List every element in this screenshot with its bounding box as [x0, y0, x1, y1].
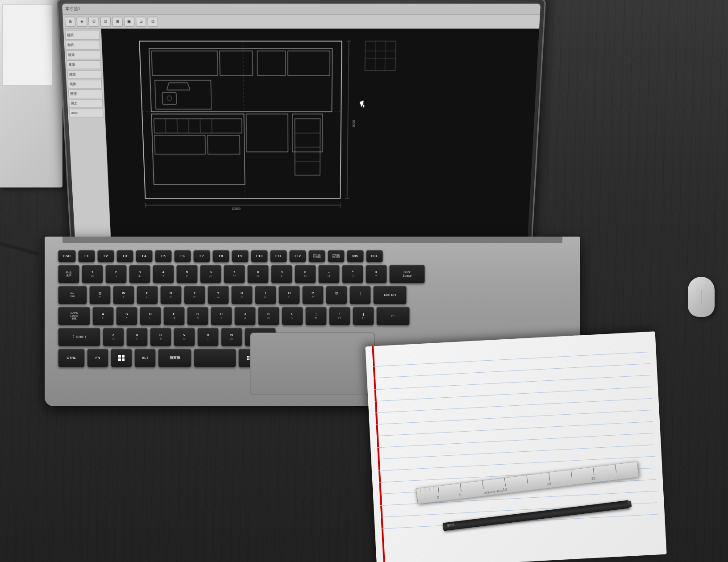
- cad-floor-plan: 10800 8200: [125, 36, 398, 216]
- key-caret[interactable]: ^へ: [342, 265, 363, 283]
- key-shift-left[interactable]: ⇧ SHIFT: [58, 328, 100, 346]
- key-c[interactable]: Cそ: [150, 328, 171, 346]
- key-pause[interactable]: PAUSEBREAK: [328, 250, 345, 262]
- key-capslock[interactable]: CAPSLOCK英数: [58, 307, 90, 325]
- key-ins[interactable]: INS: [347, 250, 364, 262]
- cad-canvas: 10800 8200: [101, 29, 539, 242]
- key-n[interactable]: Nみ: [221, 328, 242, 346]
- key-d[interactable]: Dし: [140, 307, 161, 325]
- key-v[interactable]: Vひ: [174, 328, 195, 346]
- key-bracket-l[interactable]: [゜: [349, 286, 371, 304]
- key-enter[interactable]: ENTER: [373, 286, 407, 304]
- key-colon[interactable]: :け: [329, 307, 350, 325]
- key-w[interactable]: Wて: [113, 286, 134, 304]
- key-k[interactable]: Kの: [258, 307, 279, 325]
- key-j[interactable]: Jま: [234, 307, 256, 325]
- toolbar-btn-8[interactable]: ⊡: [147, 17, 158, 26]
- key-semicolon[interactable]: ;れ: [305, 307, 327, 325]
- key-x[interactable]: Xさ: [126, 328, 148, 346]
- toolbar-btn-6[interactable]: ▣: [124, 17, 134, 26]
- key-6[interactable]: 6お: [200, 265, 221, 283]
- key-l[interactable]: Lり: [282, 307, 303, 325]
- key-a[interactable]: Aち: [92, 307, 114, 325]
- sidebar-item-3[interactable]: 建築: [66, 50, 101, 59]
- key-prtsc[interactable]: PRTSCSYSRQ: [308, 250, 325, 262]
- key-2[interactable]: 2ふ: [105, 265, 127, 283]
- key-u[interactable]: Uな: [231, 286, 253, 304]
- key-space[interactable]: [194, 349, 236, 367]
- key-b[interactable]: Bこ: [197, 328, 219, 346]
- key-i[interactable]: Iに: [255, 286, 276, 304]
- toolbar-btn-7[interactable]: ⊿: [136, 17, 146, 26]
- key-g[interactable]: Gき: [187, 307, 208, 325]
- key-ctrl[interactable]: CTRL: [58, 349, 85, 367]
- key-e[interactable]: Eい: [137, 286, 158, 304]
- key-1[interactable]: 1ぬ: [82, 265, 103, 283]
- key-tab[interactable]: K↵TAB: [58, 286, 87, 304]
- cad-title-text: 本寸法1: [65, 6, 81, 12]
- key-s[interactable]: Sと: [116, 307, 137, 325]
- sidebar-item-5[interactable]: 建築: [67, 70, 101, 79]
- key-bracket-r[interactable]: ]む: [353, 307, 374, 325]
- svg-rect-44: [247, 356, 249, 358]
- key-0[interactable]: 0わ: [295, 265, 316, 283]
- mouse[interactable]: [688, 277, 715, 317]
- key-fn[interactable]: FN: [87, 349, 108, 367]
- key-f5[interactable]: F5: [155, 250, 172, 262]
- key-7[interactable]: 7や: [224, 265, 245, 283]
- toolbar-btn-3[interactable]: ∅: [88, 17, 99, 26]
- key-muhenkan[interactable]: 無変換: [158, 349, 191, 367]
- key-minus[interactable]: -ほ: [318, 265, 340, 283]
- sidebar-item-1[interactable]: 建築: [65, 31, 100, 40]
- key-f1[interactable]: F1: [78, 250, 95, 262]
- key-3[interactable]: 3あ: [129, 265, 150, 283]
- cad-svg: 10800 8200: [125, 36, 398, 216]
- key-windows[interactable]: [111, 349, 132, 367]
- sidebar-item-7[interactable]: 整理: [68, 90, 103, 98]
- key-f12[interactable]: F12: [289, 250, 306, 262]
- key-hankaku[interactable]: 半/全漢字: [58, 265, 79, 283]
- key-f11[interactable]: F11: [270, 250, 287, 262]
- key-esc[interactable]: ESC: [58, 250, 76, 262]
- toolbar-btn-5[interactable]: ⊞: [112, 17, 123, 26]
- touchpad[interactable]: [250, 333, 375, 395]
- key-f8[interactable]: F8: [212, 250, 229, 262]
- key-o[interactable]: Oら: [279, 286, 300, 304]
- sidebar-item-8[interactable]: 属文: [69, 99, 103, 108]
- key-enter-2[interactable]: ←: [376, 307, 410, 325]
- key-f4[interactable]: F4: [136, 250, 153, 262]
- toolbar-btn-2[interactable]: ◈: [76, 17, 87, 26]
- key-p[interactable]: Pせ: [302, 286, 324, 304]
- key-f10[interactable]: F10: [251, 250, 268, 262]
- key-r[interactable]: Rす: [160, 286, 182, 304]
- sidebar-item-9[interactable]: auto: [69, 109, 104, 117]
- key-f[interactable]: Fは: [163, 307, 185, 325]
- key-8[interactable]: 8ゆ: [247, 265, 269, 283]
- key-f2[interactable]: F2: [97, 250, 114, 262]
- key-5[interactable]: 5え: [176, 265, 198, 283]
- key-f6[interactable]: F6: [174, 250, 191, 262]
- toolbar-btn-4[interactable]: ⊡: [100, 17, 111, 26]
- sidebar-item-6[interactable]: 装飾: [67, 80, 102, 89]
- key-4[interactable]: 4う: [153, 265, 174, 283]
- toolbar-btn-1[interactable]: ⊞: [65, 17, 75, 26]
- svg-rect-46: [247, 358, 249, 360]
- cad-titlebar: 本寸法1: [62, 4, 541, 15]
- key-f7[interactable]: F7: [193, 250, 210, 262]
- key-del[interactable]: DEL: [366, 250, 383, 262]
- key-t[interactable]: Tか: [184, 286, 205, 304]
- key-f9[interactable]: F9: [232, 250, 249, 262]
- key-f3[interactable]: F3: [116, 250, 133, 262]
- key-9[interactable]: 9よ: [271, 265, 292, 283]
- sidebar-item-2[interactable]: 動作: [66, 41, 100, 50]
- key-at[interactable]: @゛: [326, 286, 347, 304]
- key-y[interactable]: Yん: [208, 286, 229, 304]
- key-q[interactable]: Qた: [89, 286, 111, 304]
- key-alt[interactable]: ALT: [134, 349, 156, 367]
- sidebar-item-4[interactable]: 建築: [67, 60, 101, 69]
- key-h[interactable]: Hく: [211, 307, 232, 325]
- key-z[interactable]: Zつ: [103, 328, 124, 346]
- fn-key-row: ESC F1 F2 F3 F4 F5 F6 F7 F8 F9 F10 F11 F…: [58, 250, 460, 262]
- key-yen[interactable]: ¥ー: [366, 265, 387, 283]
- key-backspace[interactable]: BackSpace: [389, 265, 425, 283]
